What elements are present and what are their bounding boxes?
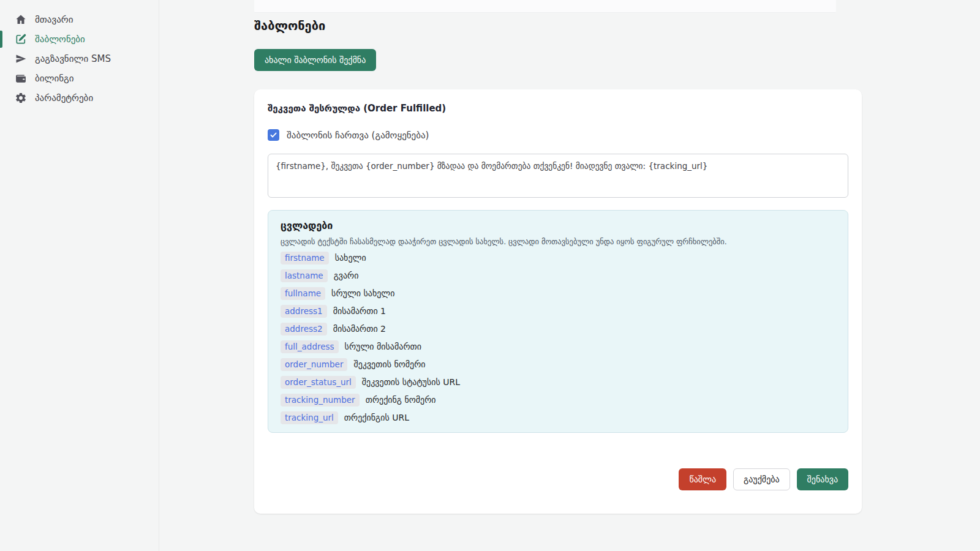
variable-label: მისამართი 1 — [333, 306, 386, 316]
variable-row: full_address სრული მისამართი — [281, 340, 835, 353]
sidebar-item-templates[interactable]: შაბლონები — [0, 29, 159, 49]
delete-button[interactable]: წაშლა — [679, 468, 726, 490]
variable-label: გვარი — [334, 271, 359, 280]
variable-badge-order-number[interactable]: order_number — [281, 358, 347, 371]
check-icon — [270, 131, 277, 139]
variable-row: address2 მისამართი 2 — [281, 323, 835, 335]
variable-badge-tracking-number[interactable]: tracking_number — [281, 394, 360, 407]
enable-template-row: შაბლონის ჩართვა (გამოყენება) — [268, 129, 848, 141]
variable-badge-order-status-url[interactable]: order_status_url — [281, 376, 356, 389]
variable-label: თრექინგის URL — [344, 413, 409, 422]
variable-row: firstname სახელი — [281, 252, 835, 264]
sidebar-item-label: მთავარი — [35, 14, 73, 25]
sidebar-item-billing[interactable]: ბილინგი — [0, 69, 159, 88]
sidebar-item-label: ბილინგი — [35, 73, 74, 84]
variable-label: სახელი — [335, 253, 366, 263]
new-template-button[interactable]: ახალი შაბლონის შექმნა — [254, 49, 376, 71]
gear-icon — [15, 92, 27, 104]
variable-label: მისამართი 2 — [333, 324, 386, 334]
sidebar-item-label: პარამეტრები — [35, 92, 93, 103]
variable-badge-address1[interactable]: address1 — [281, 305, 327, 318]
variable-badge-lastname[interactable]: lastname — [281, 269, 328, 282]
content-top-edge — [254, 0, 836, 13]
template-message-textarea[interactable]: {firstname}, შეკვეთა {order_number} მზად… — [268, 154, 848, 198]
template-heading: შეკვეთა შესრულდა (Order Fulfilled) — [268, 103, 848, 114]
main-content: შაბლონები ახალი შაბლონის შექმნა შეკვეთა … — [159, 0, 980, 551]
enable-template-checkbox[interactable] — [268, 129, 279, 141]
send-icon — [15, 53, 27, 65]
enable-template-label: შაბლონის ჩართვა (გამოყენება) — [287, 130, 429, 141]
variable-row: order_status_url შეკვეთის სტატუსის URL — [281, 376, 835, 388]
sidebar: მთავარი შაბლონები გაგზავნილი SMS ბილინგი… — [0, 0, 159, 551]
variable-label: თრექინგ ნომერი — [366, 395, 436, 405]
home-icon — [15, 13, 27, 26]
save-button[interactable]: შენახვა — [797, 468, 848, 490]
sidebar-item-label: გაგზავნილი SMS — [35, 53, 111, 64]
variable-label: შეკვეთის ნომერი — [353, 359, 425, 369]
variable-badge-fullname[interactable]: fullname — [281, 287, 325, 300]
variable-label: სრული სახელი — [331, 288, 394, 298]
variable-row: order_number შეკვეთის ნომერი — [281, 358, 835, 370]
cancel-button[interactable]: გაუქმება — [733, 468, 790, 490]
variable-row: address1 მისამართი 1 — [281, 305, 835, 317]
variable-row: tracking_number თრექინგ ნომერი — [281, 394, 835, 406]
template-card: შეკვეთა შესრულდა (Order Fulfilled) შაბლო… — [254, 89, 862, 514]
variable-row: tracking_url თრექინგის URL — [281, 411, 835, 424]
sidebar-item-label: შაბლონები — [35, 34, 85, 45]
variable-row: fullname სრული სახელი — [281, 287, 835, 299]
sidebar-item-home[interactable]: მთავარი — [0, 10, 159, 29]
page-title: შაბლონები — [254, 18, 980, 33]
sidebar-item-settings[interactable]: პარამეტრები — [0, 88, 159, 108]
variable-badge-address2[interactable]: address2 — [281, 323, 327, 335]
card-actions: წაშლა გაუქმება შენახვა — [268, 468, 848, 490]
variable-badge-full-address[interactable]: full_address — [281, 340, 339, 353]
variable-badge-tracking-url[interactable]: tracking_url — [281, 411, 338, 424]
variables-description: ცვლადის ტექსტში ჩასასმელად დააჭირეთ ცვლა… — [281, 237, 835, 246]
wallet-icon — [15, 72, 27, 84]
edit-icon — [15, 33, 27, 45]
variable-label: შეკვეთის სტატუსის URL — [362, 377, 460, 387]
variables-heading: ცვლადები — [281, 220, 835, 231]
sidebar-item-sent-sms[interactable]: გაგზავნილი SMS — [0, 49, 159, 69]
variables-box: ცვლადები ცვლადის ტექსტში ჩასასმელად დააჭ… — [268, 210, 848, 433]
variable-label: სრული მისამართი — [345, 342, 421, 351]
variable-badge-firstname[interactable]: firstname — [281, 252, 329, 264]
variable-row: lastname გვარი — [281, 269, 835, 282]
